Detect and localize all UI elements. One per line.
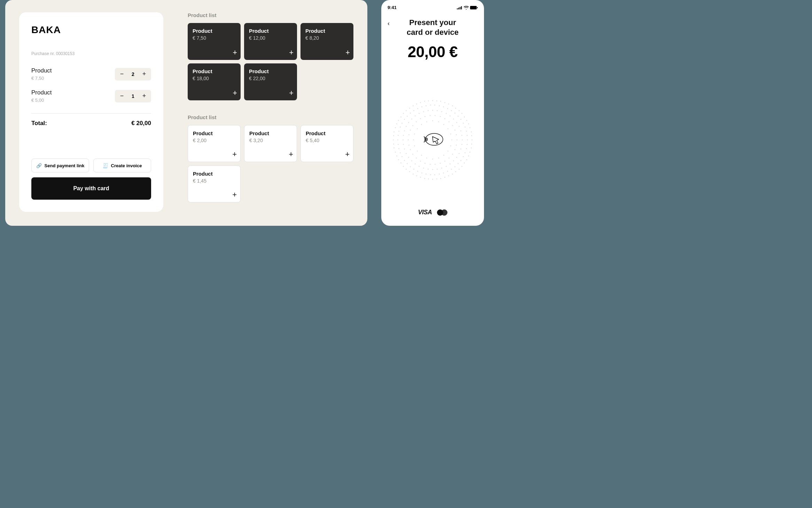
pay-with-card-button[interactable]: Pay with card [31, 177, 151, 200]
line-item-name: Product [31, 89, 52, 96]
product-name: Product [249, 68, 292, 74]
quantity-stepper: − 2 + [115, 68, 151, 80]
qty-decrement[interactable]: − [116, 69, 127, 80]
product-card[interactable]: Product € 2,00 + [188, 125, 241, 162]
grid-title: Product list [188, 12, 353, 18]
plus-icon[interactable]: + [289, 150, 293, 159]
line-item: Product € 5,00 − 1 + [31, 85, 151, 107]
svg-rect-4 [470, 6, 477, 9]
accepted-cards: VISA [388, 209, 478, 220]
create-invoice-button[interactable]: 🧾 Create invoice [93, 159, 151, 172]
button-label: Create invoice [111, 163, 142, 168]
qty-value: 2 [127, 71, 139, 77]
product-name: Product [249, 130, 292, 136]
send-payment-link-button[interactable]: 🔗 Send payment link [31, 159, 89, 172]
wifi-icon [464, 6, 469, 9]
cellular-icon [457, 6, 462, 9]
product-name: Product [193, 28, 236, 34]
present-card-title: Present yourcard or device [395, 18, 471, 37]
plus-icon[interactable]: + [345, 150, 350, 159]
plus-icon[interactable]: + [289, 88, 294, 98]
product-card[interactable]: Product € 8,20 + [300, 23, 353, 60]
product-card[interactable]: Product € 12,00 + [244, 23, 297, 60]
product-price: € 5,40 [306, 138, 348, 143]
line-item-price: € 5,00 [31, 98, 52, 103]
product-name: Product [193, 171, 235, 177]
qty-decrement[interactable]: − [116, 91, 127, 102]
product-card[interactable]: Product € 3,20 + [244, 125, 297, 162]
plus-icon[interactable]: + [233, 88, 237, 98]
tap-zone[interactable] [388, 71, 478, 209]
payment-amount: 20,00 € [388, 43, 478, 61]
quantity-stepper: − 1 + [115, 90, 151, 102]
link-icon: 🔗 [36, 163, 42, 168]
plus-icon[interactable]: + [289, 48, 294, 57]
line-item-name: Product [31, 67, 52, 74]
line-item-price: € 7,50 [31, 76, 52, 81]
visa-logo: VISA [418, 209, 432, 216]
product-price: € 22,00 [249, 76, 292, 81]
contactless-icon [422, 132, 444, 148]
invoice-icon: 🧾 [103, 163, 108, 168]
qty-increment[interactable]: + [139, 69, 150, 80]
qty-value: 1 [127, 93, 139, 99]
svg-rect-2 [460, 7, 461, 9]
product-card[interactable]: Product € 22,00 + [244, 63, 297, 100]
phone-screen: 9:41 ‹ Present yourcard or device 20,00 … [381, 0, 484, 226]
product-price: € 8,20 [305, 35, 349, 41]
product-grid-dark: Product € 7,50 + Product € 12,00 + Produ… [188, 23, 353, 100]
qty-increment[interactable]: + [139, 91, 150, 102]
product-name: Product [305, 28, 349, 34]
total-row: Total: € 20,00 [31, 120, 151, 127]
svg-point-6 [425, 133, 443, 145]
product-card[interactable]: Product € 18,00 + [188, 63, 241, 100]
divider [31, 113, 151, 114]
svg-rect-1 [458, 8, 459, 9]
line-items: Product € 7,50 − 2 + Product € 5,00 − 1 … [31, 63, 151, 107]
pos-panel: BAKA Purchase nr. 00030153 Product € 7,5… [5, 0, 367, 226]
product-price: € 7,50 [193, 35, 236, 41]
svg-rect-5 [477, 7, 478, 8]
status-time: 9:41 [388, 5, 397, 10]
product-grids: Product list Product € 7,50 + Product € … [188, 0, 353, 212]
purchase-number: Purchase nr. 00030153 [31, 51, 151, 56]
product-name: Product [249, 28, 292, 34]
product-price: € 2,00 [193, 138, 235, 143]
status-bar: 9:41 [388, 5, 478, 10]
receipt-card: BAKA Purchase nr. 00030153 Product € 7,5… [19, 12, 163, 212]
svg-rect-0 [457, 8, 458, 9]
battery-icon [470, 6, 478, 9]
grid-title: Product list [188, 114, 353, 120]
mastercard-logo [437, 209, 447, 216]
total-label: Total: [31, 120, 47, 127]
button-label: Pay with card [73, 185, 109, 192]
product-price: € 18,00 [193, 76, 236, 81]
plus-icon[interactable]: + [232, 150, 237, 159]
svg-rect-3 [461, 6, 462, 9]
product-card[interactable]: Product € 7,50 + [188, 23, 241, 60]
product-grid-light: Product € 2,00 + Product € 3,20 + Produc… [188, 125, 353, 202]
brand-logo: BAKA [31, 24, 151, 36]
back-button[interactable]: ‹ [388, 20, 395, 27]
product-price: € 3,20 [249, 138, 292, 143]
product-card[interactable]: Product € 5,40 + [300, 125, 353, 162]
product-price: € 1,45 [193, 178, 235, 184]
plus-icon[interactable]: + [232, 190, 237, 199]
status-indicators [457, 6, 478, 9]
product-card[interactable]: Product € 1,45 + [188, 166, 241, 202]
product-name: Product [306, 130, 348, 136]
button-label: Send payment link [45, 163, 85, 168]
product-name: Product [193, 68, 236, 74]
product-name: Product [193, 130, 235, 136]
line-item: Product € 7,50 − 2 + [31, 63, 151, 85]
plus-icon[interactable]: + [345, 48, 350, 57]
plus-icon[interactable]: + [233, 48, 237, 57]
product-price: € 12,00 [249, 35, 292, 41]
total-value: € 20,00 [131, 120, 151, 127]
